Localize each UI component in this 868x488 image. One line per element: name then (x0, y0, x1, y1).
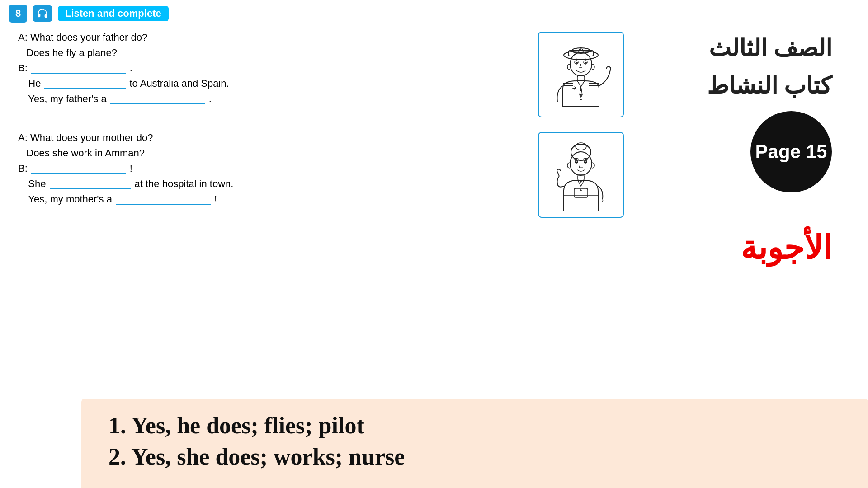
headphone-icon (36, 7, 49, 20)
exercise-number: 8 (9, 5, 27, 23)
svg-point-20 (570, 152, 592, 175)
arabic-grade: الصف الثالث (709, 32, 832, 65)
pilot-illustration (545, 36, 617, 113)
exercise-2-blank-1 (31, 163, 126, 174)
exercise-1-he-line: He to Australia and Spain. (18, 78, 524, 89)
right-panel: الصف الثالث كتاب النشاط Page 15 الأجوبة (624, 27, 850, 267)
exercise-1-yes-line: Yes, my father's a . (18, 93, 524, 105)
exercise-1-row: A: What does your father do? Does he fly… (18, 32, 624, 118)
main-content: A: What does your father do? Does he fly… (0, 27, 868, 267)
exercises-area: A: What does your father do? Does he fly… (18, 27, 624, 267)
activity-title: Listen and complete (58, 6, 169, 21)
answer-box: 1. Yes, he does; flies; pilot 2. Yes, sh… (81, 399, 868, 488)
listen-icon-badge (33, 5, 52, 22)
nurse-image-box (538, 132, 624, 218)
svg-point-8 (585, 62, 587, 64)
answer-1: 1. Yes, he does; flies; pilot (108, 412, 841, 439)
exercise-1-text: A: What does your father do? Does he fly… (18, 32, 524, 118)
svg-point-23 (576, 162, 578, 163)
arabic-book: كتاب النشاط (707, 69, 832, 102)
svg-point-7 (576, 62, 578, 64)
header: 8 Listen and complete (0, 0, 868, 27)
svg-point-16 (580, 99, 582, 100)
exercise-2-q1: A: What does your mother do? (18, 132, 524, 144)
exercise-1-blank-2 (44, 78, 126, 89)
exercise-2-yes-line: Yes, my mother's a ! (18, 193, 524, 205)
pilot-image-box (538, 32, 624, 117)
exercise-1-b-line: B: . (18, 62, 524, 74)
exercise-2-q2: Does she work in Amman? (18, 147, 524, 159)
exercise-2-blank-3 (116, 194, 211, 205)
answer-2: 2. Yes, she does; works; nurse (108, 443, 841, 470)
svg-point-14 (580, 89, 582, 91)
exercise-2-she-line: She at the hospital in town. (18, 178, 524, 190)
svg-point-15 (580, 94, 582, 96)
page-circle: Page 15 (750, 111, 832, 192)
exercise-1-block: A: What does your father do? Does he fly… (18, 32, 524, 105)
answers-label: الأجوبة (741, 229, 832, 267)
exercise-1-q2: Does he fly a plane? (18, 47, 524, 59)
exercise-1-blank-1 (31, 63, 126, 74)
exercise-2-row: A: What does your mother do? Does she wo… (18, 132, 624, 219)
exercise-2-text: A: What does your mother do? Does she wo… (18, 132, 524, 219)
exercise-1-q1: A: What does your father do? (18, 32, 524, 43)
exercise-2-b-line: B: ! (18, 163, 524, 174)
exercise-1-blank-3 (110, 94, 205, 104)
exercise-2-block: A: What does your mother do? Does she wo… (18, 132, 524, 205)
exercise-2-blank-2 (50, 178, 131, 189)
svg-point-24 (585, 162, 587, 163)
nurse-illustration (545, 136, 617, 213)
